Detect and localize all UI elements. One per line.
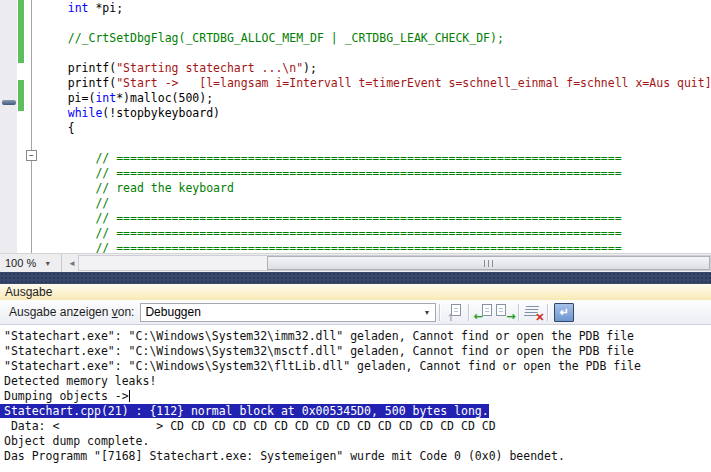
toggle-word-wrap-button[interactable]: ↵ (554, 303, 574, 322)
code-line: int *pi; (40, 1, 711, 16)
code-line (40, 136, 711, 151)
red-x-icon: ✕ (535, 311, 544, 324)
toolbar-separator (439, 304, 441, 321)
output-line[interactable]: Data: < > CD CD CD CD CD CD CD CD CD CD … (4, 419, 711, 434)
find-message-in-code-button[interactable]: ↑ (445, 303, 464, 322)
page-icon (496, 304, 506, 316)
output-source-combobox[interactable]: Debuggen ▼ (140, 303, 436, 322)
code-line: // =====================================… (40, 226, 711, 241)
code-line: // read the keyboard (40, 181, 711, 196)
scrollbar-grip-icon (484, 260, 493, 267)
output-line[interactable]: "Statechart.exe": "C:\Windows\System32\m… (4, 344, 711, 359)
clear-all-button[interactable]: ✕ (524, 303, 543, 322)
output-line[interactable]: Das Programm "[7168] Statechart.exe: Sys… (4, 449, 711, 464)
panel-splitter[interactable] (0, 272, 711, 284)
outlining-guide-line (31, 0, 32, 253)
code-line: // =====================================… (40, 211, 711, 226)
code-line: // (40, 196, 711, 211)
code-line: while(!stopbykeyboard) (40, 106, 711, 121)
arrow-up-icon: ↑ (446, 312, 454, 323)
code-line: printf("Start -> [l=langsam i=Intervall … (40, 76, 711, 91)
word-wrap-icon: ↵ (560, 306, 569, 319)
zoom-level-dropdown[interactable]: 100 % ▼ (0, 254, 62, 272)
output-line[interactable]: Detected memory leaks! (4, 374, 711, 389)
code-lines[interactable]: int *pi; //_CrtSetDbgFlag(_CRTDBG_ALLOC_… (40, 1, 711, 253)
combobox-value: Debuggen (145, 305, 423, 319)
output-line[interactable]: Dumping objects -> (4, 389, 711, 404)
change-tracking-bar (18, 80, 24, 111)
code-line: // =====================================… (40, 166, 711, 181)
code-line: { (40, 121, 711, 136)
code-line: // =====================================… (40, 151, 711, 166)
indicator-dash-icon[interactable] (2, 100, 16, 105)
code-editor[interactable]: − int *pi; //_CrtSetDbgFlag(_CRTDBG_ALLO… (0, 0, 711, 253)
toolbar-separator (518, 304, 520, 321)
output-line-selected[interactable]: Statechart.cpp(21) : {112} normal block … (4, 404, 711, 419)
text-cursor (129, 390, 130, 402)
output-text-area[interactable]: "Statechart.exe": "C:\Windows\System32\i… (0, 325, 711, 472)
output-line[interactable]: Object dump complete. (4, 434, 711, 449)
previous-message-button[interactable]: ← (474, 303, 493, 322)
toolbar-separator (468, 304, 470, 321)
code-line: printf("Starting statechart ...\n"); (40, 61, 711, 76)
chevron-down-icon: ▼ (44, 260, 51, 267)
show-output-from-label: Ausgabe anzeigen von: (9, 305, 134, 319)
zoom-level-value: 100 % (5, 257, 36, 269)
scroll-left-button[interactable]: ◄ (66, 254, 78, 272)
output-toolbar: Ausgabe anzeigen von: Debuggen ▼ ↑ ← → (0, 300, 711, 325)
change-tracking-bar (18, 0, 24, 63)
next-message-button[interactable]: → (495, 303, 514, 322)
output-panel-title[interactable]: Ausgabe (0, 284, 711, 300)
toolbar-separator (547, 304, 549, 321)
output-line[interactable]: "Statechart.exe": "C:\Windows\System32\f… (4, 359, 711, 374)
code-line (40, 16, 711, 31)
code-line: // =====================================… (40, 241, 711, 253)
arrow-right-icon: → (506, 310, 515, 323)
editor-scrollbar-row: 100 % ▼ ◄ (0, 253, 711, 272)
visual-studio-window: − int *pi; //_CrtSetDbgFlag(_CRTDBG_ALLO… (0, 0, 711, 472)
arrow-left-icon: ← (473, 310, 482, 323)
indicator-margin[interactable] (0, 0, 17, 253)
page-icon (482, 304, 492, 316)
horizontal-scrollbar[interactable] (78, 255, 711, 271)
code-line: pi=(int*)malloc(500); (40, 91, 711, 106)
code-line (40, 46, 711, 61)
scrollbar-thumb[interactable] (267, 256, 710, 270)
code-line: //_CrtSetDbgFlag(_CRTDBG_ALLOC_MEM_DF | … (40, 31, 711, 46)
output-line[interactable]: "Statechart.exe": "C:\Windows\System32\i… (4, 329, 711, 344)
collapse-region-icon[interactable]: − (26, 150, 37, 161)
chevron-down-icon: ▼ (424, 309, 431, 316)
